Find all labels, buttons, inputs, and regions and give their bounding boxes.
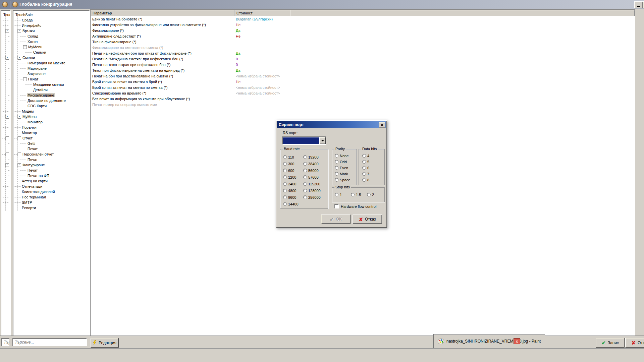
tree-item-отпечатъци[interactable]: Отпечатъци <box>1 184 11 189</box>
search-input[interactable]: Търсене... <box>1 338 9 346</box>
tree-item-хотел[interactable]: Хотел <box>1 39 11 44</box>
radio-button[interactable] <box>303 175 307 179</box>
tree-item-закриване[interactable]: Закриване <box>13 71 90 76</box>
tree-item-gdc-карти[interactable]: GDC Карти <box>13 103 90 109</box>
tree-item-mymenu[interactable]: -MyMenu <box>1 44 11 50</box>
tree-item-клиентски-дисплей[interactable]: Клиентски дисплей <box>13 189 90 194</box>
radio-button[interactable] <box>283 195 287 199</box>
radio-button[interactable] <box>283 169 287 172</box>
radio-button[interactable] <box>335 160 338 164</box>
radio-button[interactable] <box>335 154 338 158</box>
tree-item-smtp[interactable]: SMTP <box>13 200 90 205</box>
tree-item-mymenu[interactable]: -MyMenu <box>13 114 90 119</box>
tree-item-фактуриране[interactable]: -Фактуриране <box>1 162 11 168</box>
tree-item-междинни-сметки[interactable]: Междинни сметки <box>13 82 90 87</box>
hardware-flow-control[interactable]: Hardware flow control <box>334 204 376 208</box>
tree-collapse-box[interactable]: - <box>23 45 27 49</box>
tree-item-четец-на-карти[interactable]: Четец на карти <box>1 178 11 184</box>
parameter-row[interactable]: Тип на фискализиране (*) <box>91 39 635 45</box>
tree-collapse-box[interactable]: - <box>17 163 21 167</box>
radio-option-256000[interactable]: 256000 <box>303 195 321 199</box>
radio-button[interactable] <box>303 195 307 199</box>
radio-button[interactable] <box>283 175 287 179</box>
tree-item-доставки-по-домовете[interactable]: Доставки по домовете <box>1 98 11 103</box>
radio-option-1-5[interactable]: 1.5 <box>351 192 361 197</box>
radio-button[interactable] <box>367 193 371 196</box>
tree-collapse-box[interactable]: - <box>5 29 9 33</box>
radio-option-38400[interactable]: 38400 <box>303 162 319 166</box>
tree-item-хотел[interactable]: Хотел <box>13 39 90 44</box>
tree-item-touchsale[interactable]: TouchSale <box>1 12 11 17</box>
radio-button[interactable] <box>362 166 366 170</box>
search-input[interactable]: Търсене... <box>12 338 87 346</box>
save-button[interactable]: ✔ Запис <box>596 338 625 348</box>
tree-item-печат[interactable]: -Печат <box>1 76 11 82</box>
radio-option-2400[interactable]: 2400 <box>283 182 296 186</box>
radio-button[interactable] <box>335 193 338 196</box>
parameter-row[interactable]: Печат на "Междинна сметка" при нефискале… <box>91 56 635 62</box>
parameter-row[interactable]: Печат на бон при възстановяване на сметк… <box>91 73 635 79</box>
parameter-row[interactable]: Активиране след рестарт (*)Не <box>91 33 635 39</box>
edit-button[interactable]: Редакция <box>91 338 119 348</box>
tree-item-пос-терминал[interactable]: Пос терминал <box>1 194 11 200</box>
parameter-row[interactable]: Печат номер на оператор вместо име <box>91 102 635 107</box>
tree-item-закриване[interactable]: Закриване <box>1 71 11 76</box>
tree-item-монитор[interactable]: Монитор <box>1 130 11 135</box>
tree-item-фактуриране[interactable]: -Фактуриране <box>13 162 90 168</box>
radio-button[interactable] <box>283 155 287 159</box>
tree-item-отчет[interactable]: -Отчет <box>13 135 90 141</box>
radio-option-14400[interactable]: 14400 <box>283 202 299 206</box>
tree-item-интерфейс[interactable]: Интерфейс <box>13 23 90 28</box>
tree-item-getti[interactable]: Getti <box>13 141 90 146</box>
tree-item-печат[interactable]: Печат <box>1 168 11 173</box>
tree-collapse-box[interactable]: - <box>5 115 9 119</box>
radio-button[interactable] <box>351 193 355 196</box>
column-header-value[interactable]: Стойност <box>234 10 290 16</box>
radio-option-7[interactable]: 7 <box>362 172 369 176</box>
tree-item-връзки[interactable]: -Връзки <box>1 28 11 34</box>
radio-button[interactable] <box>303 182 307 186</box>
parameter-row[interactable]: Без печат на информация за клиента при о… <box>91 96 635 102</box>
tree-item-touchsale[interactable]: TouchSale <box>13 12 90 17</box>
tree-collapse-box[interactable]: - <box>23 77 27 81</box>
radio-option-8[interactable]: 8 <box>362 178 369 182</box>
radio-option-57600[interactable]: 57600 <box>303 175 319 179</box>
parameter-row[interactable]: Фискализиране на сметките по сметка (*) <box>91 45 635 50</box>
parameter-row[interactable]: Брой копия за печат на сметки в брой (*)… <box>91 79 635 84</box>
radio-option-128000[interactable]: 128000 <box>303 188 321 193</box>
tree-collapse-box[interactable]: - <box>5 163 9 167</box>
tree-item-склад[interactable]: Склад <box>1 34 11 39</box>
tree-item-персонален-отчет[interactable]: -Персонален отчет <box>13 152 90 157</box>
radio-option-4800[interactable]: 4800 <box>283 188 296 193</box>
tree-item-номерация-на-масите[interactable]: Номерация на масите <box>1 60 11 66</box>
tree-item-монитор[interactable]: Монитор <box>1 119 11 125</box>
radio-option-4[interactable]: 4 <box>362 154 369 158</box>
parameter-row[interactable]: Фискално устройство за фискализиране или… <box>91 22 635 27</box>
tree-item-фискализиране[interactable]: Фискализиране <box>1 93 11 98</box>
tree-item-отпечатъци[interactable]: Отпечатъци <box>13 184 90 189</box>
radio-option-110[interactable]: 110 <box>283 155 294 159</box>
radio-option-5[interactable]: 5 <box>362 160 369 164</box>
tree-item-печат[interactable]: Печат <box>13 146 90 152</box>
minimize-button[interactable] <box>634 1 643 8</box>
radio-option-none[interactable]: None <box>335 154 348 158</box>
radio-button[interactable] <box>362 178 366 182</box>
radio-option-115200[interactable]: 115200 <box>303 182 320 186</box>
tree-item-персонален-отчет[interactable]: -Персонален отчет <box>1 152 11 157</box>
tree-item-снимки[interactable]: Снимки <box>13 50 90 55</box>
radio-option-odd[interactable]: Odd <box>335 160 347 164</box>
tree-item-интерфейс[interactable]: Интерфейс <box>1 23 11 28</box>
radio-option-300[interactable]: 300 <box>283 162 294 166</box>
radio-button[interactable] <box>303 189 307 192</box>
tree-item-фискализиране[interactable]: Фискализиране <box>13 93 90 98</box>
dialog-cancel-button[interactable]: ✘ Отказ <box>353 215 382 224</box>
tree-item-монитор[interactable]: Монитор <box>13 119 90 125</box>
ok-button[interactable]: ✔ OK <box>321 215 351 224</box>
tree-item-среда[interactable]: Среда <box>1 17 11 23</box>
radio-button[interactable] <box>283 202 287 206</box>
tree-collapse-box[interactable]: - <box>5 56 9 60</box>
radio-option-1[interactable]: 1 <box>335 192 342 197</box>
tree-item-поръчки[interactable]: Поръчки <box>13 125 90 130</box>
parameter-row[interactable]: Печат на нефискален бон при отказ от фис… <box>91 50 635 56</box>
tree-item-gdc-карти[interactable]: GDC Карти <box>1 103 11 109</box>
